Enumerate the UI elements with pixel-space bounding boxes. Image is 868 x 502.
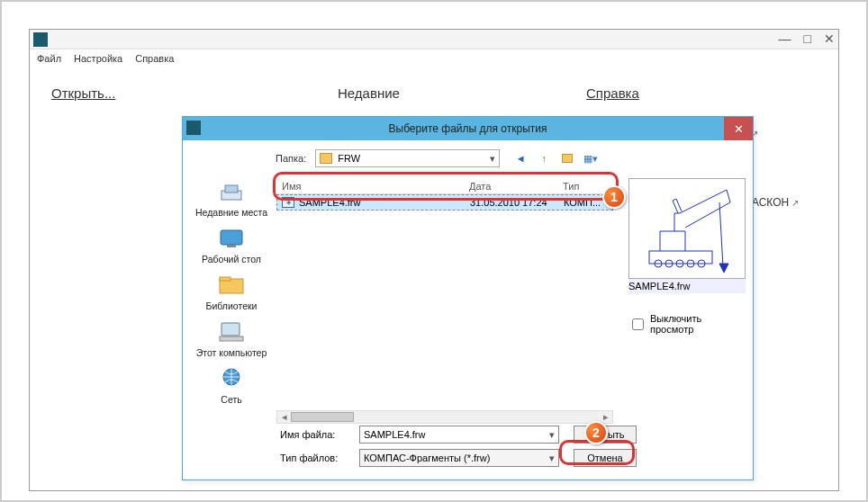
chevron-down-icon: ▾ <box>549 453 555 464</box>
folder-icon <box>320 153 332 164</box>
start-page-headers: Открыть... Недавние Справка <box>51 85 817 101</box>
cancel-button[interactable]: Отмена <box>574 449 637 467</box>
recent-places-icon <box>217 178 246 205</box>
libraries-icon <box>217 272 246 299</box>
app-icon <box>33 32 48 47</box>
svg-rect-5 <box>220 277 231 281</box>
svg-rect-3 <box>227 245 236 247</box>
chevron-down-icon: ▾ <box>549 429 555 441</box>
file-list-hscrollbar[interactable]: ◂ ▸ <box>276 410 613 424</box>
open-file-dialog: Выберите файлы для открытия ✕ Папка: FRW… <box>182 116 754 480</box>
preview-drawing <box>633 183 743 276</box>
filetype-value: КОМПАС-Фрагменты (*.frw) <box>364 453 490 463</box>
dialog-close-button[interactable]: ✕ <box>724 117 753 140</box>
scroll-left-icon[interactable]: ◂ <box>277 411 291 423</box>
folder-label: Папка: <box>276 153 306 164</box>
file-type: КОМП... <box>564 197 601 208</box>
scroll-thumb[interactable] <box>291 412 354 422</box>
close-button[interactable]: ✕ <box>824 31 835 46</box>
open-heading[interactable]: Открыть... <box>51 85 338 101</box>
folder-value: FRW <box>338 153 360 164</box>
app-window: — □ ✕ Файл Настройка Справка Открыть... … <box>29 29 839 491</box>
scroll-right-icon[interactable]: ▸ <box>599 411 612 423</box>
menu-settings[interactable]: Настройка <box>74 53 122 64</box>
svg-rect-2 <box>221 230 242 245</box>
sidebar-libraries[interactable]: Библиотеки <box>190 272 273 311</box>
disable-preview-label: Выключить просмотр <box>650 313 746 335</box>
callout-badge-1: 1 <box>602 185 626 209</box>
col-name[interactable]: Имя <box>276 181 464 192</box>
app-titlebar: — □ ✕ <box>30 30 838 49</box>
svg-rect-6 <box>222 323 240 336</box>
minimize-button[interactable]: — <box>779 31 791 46</box>
filename-label: Имя файла: <box>280 429 359 440</box>
places-sidebar: Недавние места Рабочий стол Библиотеки Э… <box>190 178 273 412</box>
dialog-title: Выберите файлы для открытия <box>389 122 547 135</box>
sidebar-recent[interactable]: Недавние места <box>190 178 273 218</box>
network-icon <box>217 365 246 392</box>
preview-panel: SAMPLE4.frw Выключить просмотр <box>628 178 746 335</box>
file-date: 31.05.2010 17:24 <box>470 197 564 208</box>
filename-combobox[interactable]: SAMPLE4.frw ▾ <box>359 426 559 444</box>
sidebar-computer[interactable]: Этот компьютер <box>190 318 273 358</box>
file-row-selected[interactable]: ◈ SAMPLE4.frw 31.05.2010 17:24 КОМП... <box>276 194 613 211</box>
svg-rect-9 <box>649 251 712 264</box>
svg-rect-7 <box>220 336 243 341</box>
back-icon[interactable]: ◄ <box>512 150 529 166</box>
folder-combobox[interactable]: FRW ▾ <box>315 149 500 167</box>
file-list-header[interactable]: Имя Дата Тип <box>276 178 613 194</box>
menu-bar: Файл Настройка Справка <box>30 49 838 67</box>
sidebar-desktop[interactable]: Рабочий стол <box>190 225 273 264</box>
menu-file[interactable]: Файл <box>37 53 61 64</box>
dialog-titlebar: Выберите файлы для открытия ✕ <box>183 117 753 140</box>
filename-value: SAMPLE4.frw <box>364 429 425 440</box>
screenshot-frame: — □ ✕ Файл Настройка Справка Открыть... … <box>0 0 868 502</box>
col-date[interactable]: Дата <box>464 181 557 192</box>
maximize-button[interactable]: □ <box>804 31 811 46</box>
menu-help[interactable]: Справка <box>135 53 174 64</box>
filetype-label: Тип файлов: <box>280 453 359 463</box>
file-list[interactable]: Имя Дата Тип ◈ SAMPLE4.frw 31.05.2010 17… <box>276 178 613 439</box>
preview-box <box>628 178 746 279</box>
frw-file-icon: ◈ <box>282 197 294 208</box>
callout-badge-2: 2 <box>584 421 608 444</box>
svg-rect-1 <box>225 185 238 193</box>
file-name: SAMPLE4.frw <box>299 197 470 208</box>
up-icon[interactable]: ↑ <box>536 150 552 166</box>
col-type[interactable]: Тип <box>557 181 608 192</box>
sidebar-network[interactable]: Сеть <box>190 365 273 405</box>
computer-icon <box>217 318 246 345</box>
chevron-down-icon: ▾ <box>490 153 495 165</box>
recent-heading: Недавние <box>338 85 586 101</box>
filetype-combobox[interactable]: КОМПАС-Фрагменты (*.frw) ▾ <box>359 449 559 467</box>
bottom-fields: Имя файла: SAMPLE4.frw ▾ Открыть Тип фай… <box>280 426 637 472</box>
views-icon[interactable]: ▦▾ <box>583 150 599 166</box>
help-heading[interactable]: Справка <box>586 85 766 101</box>
preview-filename: SAMPLE4.frw <box>628 279 746 293</box>
dialog-icon <box>186 121 201 135</box>
desktop-icon <box>217 225 246 252</box>
new-folder-icon[interactable] <box>559 150 575 166</box>
disable-preview-checkbox[interactable] <box>632 318 644 330</box>
